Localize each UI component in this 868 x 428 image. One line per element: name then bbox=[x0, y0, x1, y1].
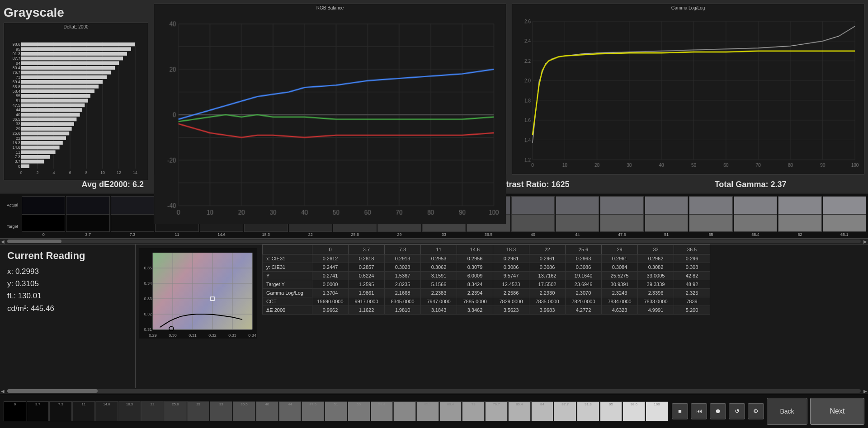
table-cell: 2.2383 bbox=[421, 289, 457, 297]
table-cell: 1.1622 bbox=[349, 306, 385, 315]
table-header: 29 bbox=[602, 245, 638, 254]
table-cell: 0.2962 bbox=[638, 254, 674, 263]
table-cell: 0.2963 bbox=[566, 254, 602, 263]
table-cell: 0.2447 bbox=[312, 263, 349, 272]
table-row-label: Target Y bbox=[263, 280, 312, 289]
main-container: Grayscale DeltaE 2000 RGB Balance Gamma … bbox=[0, 0, 868, 428]
settings-btn[interactable]: ⚙ bbox=[748, 403, 764, 419]
record-btn[interactable]: ⏺ bbox=[710, 403, 726, 419]
bottom-swatch[interactable]: 3.7 bbox=[27, 401, 49, 421]
table-cell: 3.5623 bbox=[493, 306, 529, 315]
bottom-swatch[interactable]: 51 bbox=[325, 401, 347, 421]
bottom-swatch[interactable]: 100 bbox=[646, 401, 668, 421]
swatch-label: 29 bbox=[377, 232, 421, 237]
table-cell: 5.1566 bbox=[421, 280, 457, 289]
table-scrollbar-thumb[interactable] bbox=[7, 389, 98, 393]
bottom-swatch[interactable]: 22 bbox=[141, 401, 164, 421]
table-cell: 0.2953 bbox=[421, 254, 457, 263]
scrollbar-thumb[interactable] bbox=[7, 240, 61, 243]
prev-btn[interactable]: ⏮ bbox=[691, 403, 707, 419]
bottom-swatch[interactable]: 91.3 bbox=[577, 401, 599, 421]
reading-x: x: 0.2993 bbox=[7, 265, 128, 277]
bottom-swatch[interactable]: 98.6 bbox=[623, 401, 645, 421]
table-cell: 7829.0000 bbox=[493, 297, 529, 306]
table-cell: 0.3082 bbox=[638, 263, 674, 272]
table-cell: 3.3462 bbox=[457, 306, 493, 315]
bottom-swatch[interactable]: 95 bbox=[600, 401, 623, 421]
chromaticity-panel bbox=[136, 245, 262, 388]
swatch-target bbox=[22, 214, 65, 232]
gamma-chart-title: Gamma Log/Log bbox=[512, 4, 864, 12]
swatch-group: 47.5 bbox=[600, 196, 643, 237]
table-scroll-left[interactable]: ◀ bbox=[0, 388, 5, 394]
table-cell: 0.2961 bbox=[602, 254, 638, 263]
bottom-swatch[interactable]: 47.5 bbox=[302, 401, 324, 421]
swatch-label: 47.5 bbox=[600, 232, 643, 237]
swatch-label: 40 bbox=[511, 232, 555, 237]
bottom-swatch[interactable]: 40 bbox=[256, 401, 278, 421]
current-reading-panel: Current Reading x: 0.2993 y: 0.3105 fL: … bbox=[0, 245, 136, 388]
stop-btn[interactable]: ■ bbox=[672, 403, 688, 419]
bottom-swatch[interactable]: 29 bbox=[187, 401, 210, 421]
bottom-controls: ■ ⏮ ⏺ ↺ ⚙ Back Next bbox=[672, 398, 864, 425]
table-cell: 2.3396 bbox=[638, 289, 674, 297]
table-scroll-right[interactable]: ▶ bbox=[863, 388, 868, 394]
bottom-swatch[interactable]: 69.4 bbox=[439, 401, 462, 421]
table-cell: 0.3028 bbox=[385, 263, 421, 272]
swatch-target bbox=[734, 214, 777, 232]
bottom-swatch[interactable]: 0 bbox=[4, 401, 26, 421]
table-header: 33 bbox=[638, 245, 674, 254]
total-gamma-stat: Total Gamma: 2.37 bbox=[715, 180, 787, 189]
bottom-swatch[interactable]: 44 bbox=[279, 401, 302, 421]
bottom-swatch[interactable]: 55 bbox=[348, 401, 370, 421]
table-cell: 19690.0000 bbox=[312, 297, 349, 306]
table-cell: 0.2913 bbox=[385, 254, 421, 263]
bottom-swatch[interactable]: 73 bbox=[462, 401, 485, 421]
reading-y: y: 0.3105 bbox=[7, 277, 128, 290]
swatch-group: 0 bbox=[22, 196, 65, 237]
scroll-right-arrow[interactable]: ▶ bbox=[863, 239, 868, 244]
swatch-group: 58.4 bbox=[734, 196, 777, 237]
swatch-target bbox=[778, 214, 821, 232]
swatch-label: 58.4 bbox=[734, 232, 777, 237]
bottom-swatch[interactable]: 65.1 bbox=[416, 401, 439, 421]
data-table-section[interactable]: 03.77.31114.618.32225.6293336.5 x: CIE31… bbox=[262, 245, 868, 388]
back-button[interactable]: Back bbox=[767, 398, 807, 425]
bottom-swatch[interactable]: 84 bbox=[531, 401, 554, 421]
swatch-target bbox=[645, 214, 688, 232]
bottom-swatch[interactable]: 80.4 bbox=[508, 401, 531, 421]
table-cell: 2.8235 bbox=[385, 280, 421, 289]
swatch-scrollbar[interactable]: ◀ ▶ bbox=[0, 239, 868, 244]
bottom-swatch[interactable]: 36.5 bbox=[233, 401, 255, 421]
scrollbar-track[interactable] bbox=[7, 240, 861, 243]
table-cell: 0.2961 bbox=[529, 254, 566, 263]
bottom-swatch[interactable]: 33 bbox=[210, 401, 232, 421]
bottom-swatch[interactable]: 14.6 bbox=[95, 401, 118, 421]
table-header: 22 bbox=[529, 245, 566, 254]
bottom-swatch[interactable]: 87.7 bbox=[554, 401, 576, 421]
table-cell: 23.6946 bbox=[566, 280, 602, 289]
swatch-actual bbox=[22, 196, 65, 214]
table-cell: 0.2741 bbox=[312, 272, 349, 280]
next-button[interactable]: Next bbox=[810, 398, 864, 425]
bottom-swatch[interactable]: 25.6 bbox=[164, 401, 187, 421]
table-cell: 19.1640 bbox=[566, 272, 602, 280]
swatch-row-labels: Actual Target bbox=[0, 194, 20, 237]
bottom-swatch[interactable]: 76.7 bbox=[485, 401, 508, 421]
table-row: CCT19690.00009917.00008345.00007947.0000… bbox=[263, 297, 710, 306]
swatch-label: 22 bbox=[289, 232, 332, 237]
bottom-swatch[interactable]: 7.3 bbox=[49, 401, 72, 421]
bottom-swatch[interactable]: 58.4 bbox=[371, 401, 393, 421]
swatch-actual bbox=[823, 196, 866, 214]
refresh-btn[interactable]: ↺ bbox=[729, 403, 745, 419]
table-row-label: Gamma Log/Log bbox=[263, 289, 312, 297]
table-scrollbar[interactable]: ◀ ▶ bbox=[0, 388, 868, 394]
table-cell: 7834.0000 bbox=[602, 297, 638, 306]
bottom-swatch[interactable]: 11 bbox=[72, 401, 95, 421]
bottom-swatch[interactable]: 18.3 bbox=[118, 401, 141, 421]
bottom-swatch[interactable]: 62 bbox=[393, 401, 416, 421]
deltae-canvas bbox=[4, 31, 144, 180]
table-scrollbar-track[interactable] bbox=[7, 389, 861, 393]
table-cell: 4.6323 bbox=[602, 306, 638, 315]
scroll-left-arrow[interactable]: ◀ bbox=[0, 239, 5, 244]
